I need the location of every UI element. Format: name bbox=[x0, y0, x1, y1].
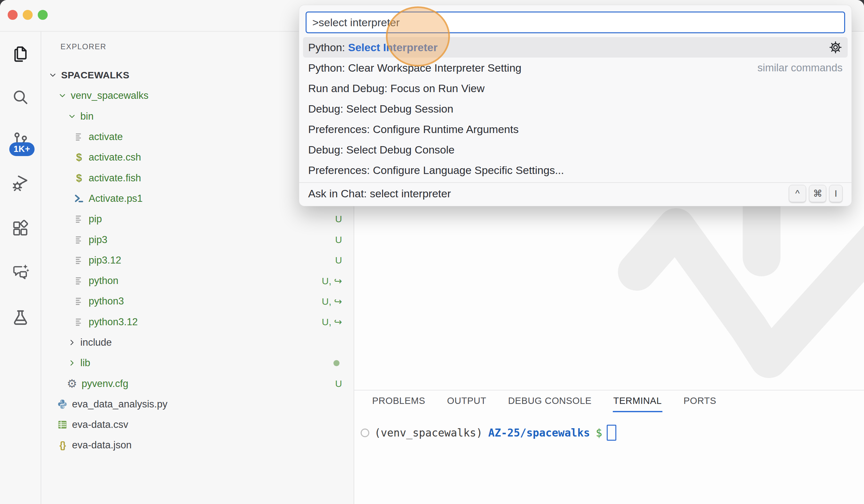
activity-extensions[interactable] bbox=[11, 219, 30, 237]
powershell-file-icon bbox=[73, 193, 85, 204]
command-item[interactable]: Python: Clear Workspace Interpreter Sett… bbox=[299, 58, 852, 78]
file-lines-file-icon bbox=[73, 213, 85, 224]
keybinding-key: ^ bbox=[789, 185, 806, 202]
command-prefix: Python: bbox=[308, 41, 348, 54]
tree-item-label: SPACEWALKS bbox=[61, 70, 129, 81]
git-status-badge: U bbox=[335, 255, 353, 266]
tree-item-include[interactable]: include bbox=[41, 332, 353, 353]
command-item[interactable]: Preferences: Configure Runtime Arguments bbox=[299, 119, 852, 139]
git-status-badge: U, ↪ bbox=[322, 296, 353, 307]
tree-item-label: lib bbox=[80, 357, 90, 369]
keybinding-key: I bbox=[829, 185, 842, 202]
csv-file-icon bbox=[57, 419, 68, 430]
chevron-right-icon[interactable] bbox=[66, 358, 78, 367]
tree-item-label: include bbox=[80, 337, 112, 348]
json-file-icon: {} bbox=[57, 440, 68, 451]
tree-item-python[interactable]: pythonU, ↪ bbox=[41, 271, 353, 291]
tab-terminal[interactable]: TERMINAL bbox=[613, 391, 662, 412]
ask-in-chat-row[interactable]: Ask in Chat: select interpreter ^⌘I bbox=[299, 183, 852, 204]
tree-item-python3-12[interactable]: python3.12U, ↪ bbox=[41, 312, 353, 332]
highlight-annotation bbox=[386, 7, 450, 66]
file-lines-file-icon bbox=[73, 317, 85, 328]
terminal-venv: (venv_spacewalks) bbox=[374, 427, 482, 439]
tree-item-label: pip3 bbox=[89, 234, 108, 246]
zoom-button[interactable] bbox=[38, 10, 48, 20]
tree-item-label: pyvenv.cfg bbox=[82, 378, 128, 390]
tree-item-pip3[interactable]: pip3U bbox=[41, 229, 353, 250]
tree-item-label: bin bbox=[80, 111, 94, 122]
tree-item-label: activate.fish bbox=[89, 172, 141, 184]
tree-item-python3[interactable]: python3U, ↪ bbox=[41, 291, 353, 311]
python-file-icon bbox=[57, 399, 68, 410]
shell-file-icon: $ bbox=[73, 151, 85, 163]
command-item[interactable]: Debug: Select Debug Session bbox=[299, 98, 852, 119]
activity-search[interactable] bbox=[11, 88, 30, 107]
activity-run-and-debug[interactable] bbox=[11, 173, 30, 192]
bottom-panel: PROBLEMSOUTPUTDEBUG CONSOLETERMINALPORTS… bbox=[354, 390, 864, 504]
command-label: Run and Debug: Focus on Run View bbox=[308, 82, 484, 95]
close-button[interactable] bbox=[8, 10, 17, 20]
tab-debug-console[interactable]: DEBUG CONSOLE bbox=[507, 391, 592, 412]
tree-item-label: eva-data.json bbox=[72, 439, 132, 451]
tree-item-eva-data-csv[interactable]: eva-data.csv bbox=[41, 415, 353, 435]
explorer-title: EXPLORER bbox=[60, 42, 107, 51]
command-label: Preferences: Configure Language Specific… bbox=[308, 164, 564, 176]
activity-source-control[interactable]: 1K+ bbox=[11, 131, 30, 149]
shell-file-icon: $ bbox=[73, 172, 85, 184]
tab-ports[interactable]: PORTS bbox=[683, 391, 717, 412]
terminal-prompt-symbol: $ bbox=[596, 427, 602, 439]
tree-item-label: eva_data_analysis.py bbox=[72, 398, 167, 410]
tree-item-label: activate bbox=[89, 131, 123, 143]
tree-item-label: activate.csh bbox=[89, 151, 141, 163]
minimize-button[interactable] bbox=[23, 10, 33, 20]
tab-problems[interactable]: PROBLEMS bbox=[372, 391, 426, 412]
file-lines-file-icon bbox=[73, 275, 85, 286]
vscode-window: 1K+ EXPLORER SPACEWALKSvenv_spacewalksbi… bbox=[0, 0, 864, 504]
terminal-path: AZ-25/spacewalks bbox=[488, 427, 590, 439]
file-lines-file-icon bbox=[73, 234, 85, 245]
run-debug-icon bbox=[11, 173, 30, 192]
command-item[interactable]: Python: Select Interpreter bbox=[303, 37, 848, 58]
command-item[interactable]: Preferences: Configure Language Specific… bbox=[299, 160, 852, 180]
chevron-down-icon[interactable] bbox=[57, 91, 68, 100]
command-palette: Python: Select InterpreterPython: Clear … bbox=[299, 5, 852, 206]
command-item[interactable]: Debug: Select Debug Console bbox=[299, 139, 852, 160]
terminal-cursor bbox=[607, 425, 616, 441]
file-lines-file-icon bbox=[73, 296, 85, 307]
tree-item-label: venv_spacewalks bbox=[71, 90, 148, 101]
command-item[interactable]: Run and Debug: Focus on Run View bbox=[299, 78, 852, 98]
tree-item-pyvenv-cfg[interactable]: ⚙pyvenv.cfgU bbox=[41, 373, 353, 394]
tree-item-pip3-12[interactable]: pip3.12U bbox=[41, 250, 353, 271]
command-decoration-icon bbox=[361, 429, 369, 437]
tree-item-eva-data-json[interactable]: {}eva-data.json bbox=[41, 435, 353, 455]
ask-in-chat-label: Ask in Chat: select interpreter bbox=[308, 187, 451, 200]
chat-icon bbox=[11, 263, 30, 281]
activity-explorer[interactable] bbox=[11, 45, 30, 63]
tree-item-label: python bbox=[89, 275, 118, 286]
keybinding-key: ⌘ bbox=[809, 185, 826, 202]
panel-tab-bar: PROBLEMSOUTPUTDEBUG CONSOLETERMINALPORTS bbox=[372, 391, 864, 412]
git-status-badge: U bbox=[335, 234, 353, 245]
settings-gear-icon[interactable] bbox=[828, 40, 842, 54]
tree-item-label: pip3.12 bbox=[89, 255, 121, 266]
tree-item-eva-data-analysis-py[interactable]: eva_data_analysis.py bbox=[41, 394, 353, 415]
activity-chat[interactable] bbox=[11, 263, 30, 281]
tree-item-label: pip bbox=[89, 213, 102, 225]
command-label: Preferences: Configure Runtime Arguments bbox=[308, 123, 519, 136]
tab-output[interactable]: OUTPUT bbox=[446, 391, 487, 412]
command-label: Debug: Select Debug Session bbox=[308, 103, 454, 115]
command-label: Debug: Select Debug Console bbox=[308, 144, 454, 156]
git-status-badge: U, ↪ bbox=[322, 316, 353, 328]
terminal-prompt-line[interactable]: (venv_spacewalks) AZ-25/spacewalks $ bbox=[361, 425, 616, 441]
chevron-down-icon[interactable] bbox=[47, 71, 59, 79]
file-lines-file-icon bbox=[73, 255, 85, 266]
tree-item-pip[interactable]: pipU bbox=[41, 209, 353, 229]
activity-bar: 1K+ bbox=[0, 32, 41, 504]
tree-item-lib[interactable]: lib bbox=[41, 353, 353, 373]
search-icon bbox=[11, 88, 30, 107]
activity-testing[interactable] bbox=[11, 308, 30, 327]
git-status-badge: U bbox=[335, 378, 353, 389]
chevron-right-icon[interactable] bbox=[66, 338, 78, 347]
chevron-down-icon[interactable] bbox=[66, 112, 78, 121]
git-modified-dot bbox=[334, 360, 339, 366]
